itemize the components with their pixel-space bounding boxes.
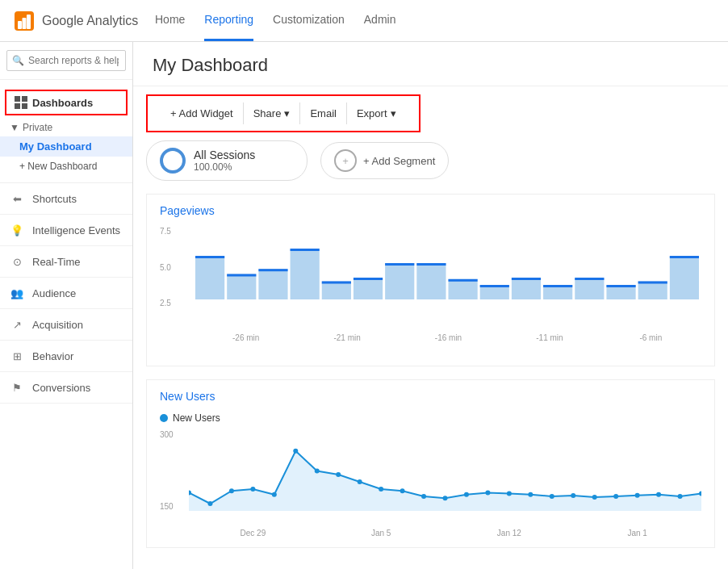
legend-label: New Users [173,412,220,424]
x-label-21: -21 min [296,333,397,342]
svg-rect-11 [291,249,320,251]
share-chevron-icon: ▾ [284,107,290,119]
sidebar-item-acquisition[interactable]: ↗ Acquisition [0,309,132,341]
logo-text: Google Analytics [42,14,138,28]
svg-rect-3 [27,15,31,29]
new-dashboard-item[interactable]: + New Dashboard [0,157,132,176]
main-content: My Dashboard + Add Widget Share ▾ Email … [133,42,728,569]
svg-rect-16 [385,263,414,299]
add-segment-circle-icon: + [334,149,357,172]
svg-rect-23 [480,285,509,287]
svg-point-48 [443,496,448,500]
conversions-icon: ⚑ [10,380,24,395]
svg-rect-24 [512,278,541,299]
svg-rect-21 [449,279,478,282]
share-button[interactable]: Share ▾ [244,103,301,124]
dashboards-header[interactable]: Dashboards [5,90,128,115]
svg-rect-32 [638,282,667,300]
svg-rect-20 [449,279,478,299]
behavior-icon: ⊞ [10,349,24,363]
nav-admin[interactable]: Admin [364,0,396,41]
add-segment-label: + Add Segment [363,155,435,167]
sidebar-item-realtime[interactable]: ⊙ Real-Time [0,246,132,278]
x-label-jan1: Jan 1 [573,529,701,538]
sidebar-item-behavior[interactable]: ⊞ Behavior [0,341,132,372]
sidebar-item-conversions[interactable]: ⚑ Conversions [0,372,132,404]
svg-rect-27 [543,285,572,287]
pageviews-bar-chart: 7.5 5.0 2.5 -26 min -21 min -16 min -11 … [160,227,701,356]
x-label-jan12: Jan 12 [446,529,574,538]
add-segment-button[interactable]: + + Add Segment [320,142,449,179]
x-label-11: -11 min [499,333,600,342]
svg-point-57 [635,493,640,498]
svg-rect-34 [670,256,699,299]
svg-point-41 [293,449,298,454]
svg-point-52 [528,492,533,497]
new-users-y-150: 150 [160,502,174,511]
svg-rect-10 [291,249,320,299]
svg-rect-7 [227,274,256,277]
x-label-26: -26 min [195,333,296,342]
segment-info: All Sessions 100.00% [194,149,255,173]
svg-rect-25 [512,278,541,280]
search-input[interactable] [6,50,126,71]
toolbar: + Add Widget Share ▾ Email Export ▾ [146,94,420,132]
svg-point-59 [678,494,683,499]
svg-rect-1 [18,21,22,29]
svg-point-43 [336,472,341,477]
sidebar-item-shortcuts[interactable]: ⬅ Shortcuts [0,183,132,215]
x-label-dec29: Dec 29 [189,529,317,538]
add-widget-button[interactable]: + Add Widget [161,103,244,124]
dashboards-icon [15,96,27,109]
segment-name: All Sessions [194,149,255,161]
new-users-line-svg [160,430,701,527]
page-title: My Dashboard [153,55,709,76]
page-header: My Dashboard [133,42,728,86]
legend-dot-icon [160,414,168,422]
segment-area: All Sessions 100.00% + + Add Segment [146,140,715,181]
new-users-y-300: 300 [160,430,174,439]
svg-rect-12 [322,282,351,300]
svg-point-38 [229,488,234,493]
svg-rect-5 [195,256,224,258]
svg-rect-4 [195,256,224,299]
email-button[interactable]: Email [300,103,347,124]
new-users-chart-section: New Users New Users 300 150 Dec 29 Jan 5… [146,379,715,548]
pageviews-chart-title: Pageviews [160,204,701,217]
new-users-chart-title: New Users [160,390,701,403]
audience-icon: 👥 [10,286,24,300]
svg-point-55 [592,495,597,500]
main-nav: Home Reporting Customization Admin [155,0,395,41]
all-sessions-segment[interactable]: All Sessions 100.00% [146,140,308,181]
svg-rect-2 [23,18,27,29]
header: Google Analytics Home Reporting Customiz… [0,0,728,42]
svg-point-39 [250,487,255,492]
svg-rect-35 [670,256,699,258]
triangle-icon: ▼ [10,122,19,133]
pageviews-chart-section: Pageviews 7.5 5.0 2.5 -26 min -21 min -1… [146,194,715,366]
nav-customization[interactable]: Customization [273,0,345,41]
svg-point-50 [485,491,490,496]
logo-area: Google Analytics [13,10,142,32]
intelligence-icon: 💡 [10,223,24,237]
svg-rect-18 [416,263,446,299]
svg-rect-9 [258,269,287,271]
svg-rect-31 [606,285,635,287]
export-button[interactable]: Export ▾ [347,103,406,124]
svg-rect-17 [385,263,414,266]
search-icon: 🔍 [12,55,24,66]
svg-point-54 [571,493,575,498]
my-dashboard-item[interactable]: My Dashboard [0,136,132,157]
new-users-legend: New Users [160,412,701,424]
sidebar-item-audience[interactable]: 👥 Audience [0,278,132,309]
nav-reporting[interactable]: Reporting [204,0,253,41]
acquisition-icon: ↗ [10,317,24,332]
svg-point-45 [379,487,383,492]
segment-pct: 100.00% [194,161,255,173]
x-label-6: -6 min [600,333,701,342]
search-box: 🔍 [0,42,132,80]
svg-point-53 [550,494,554,499]
nav-home[interactable]: Home [155,0,185,41]
sidebar-item-intelligence[interactable]: 💡 Intelligence Events [0,215,132,246]
svg-point-49 [464,492,469,497]
